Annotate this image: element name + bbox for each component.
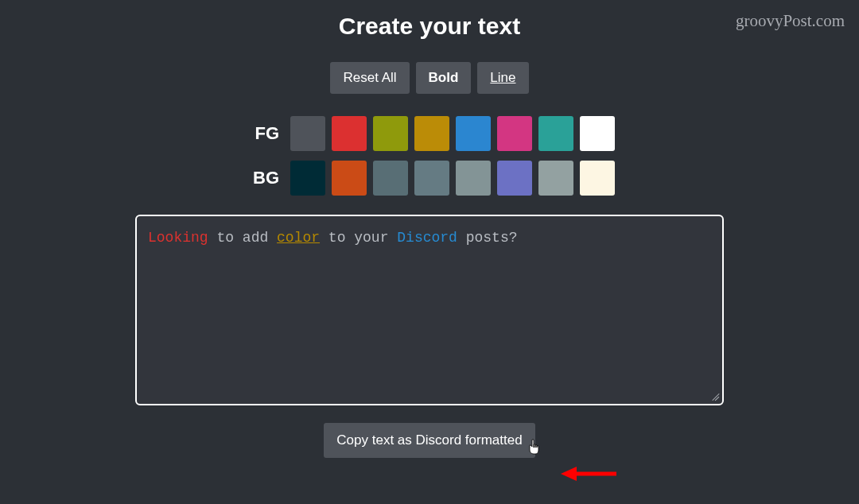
fg-swatch-0[interactable] [290,116,325,151]
text-editor[interactable]: Looking to add color to your Discord pos… [135,215,724,405]
svg-marker-1 [561,467,577,481]
editor-line: Looking to add color to your Discord pos… [148,227,711,249]
fg-swatch-6[interactable] [538,116,573,151]
fg-label: FG [244,123,279,144]
editor-segment: to your [320,230,397,246]
fg-swatch-3[interactable] [414,116,449,151]
line-button[interactable]: Line [477,62,528,94]
copy-button[interactable]: Copy text as Discord formatted [324,423,534,458]
bg-label: BG [244,168,279,188]
editor-segment: to add [208,230,277,246]
fg-swatch-4[interactable] [456,116,491,151]
reset-all-button[interactable]: Reset All [330,62,409,94]
bg-swatch-6[interactable] [538,161,573,196]
bold-button[interactable]: Bold [416,62,472,94]
bg-swatch-4[interactable] [456,161,491,196]
bg-swatch-5[interactable] [497,161,532,196]
bg-swatch-2[interactable] [373,161,408,196]
fg-swatch-row: FG [244,116,615,151]
bg-swatch-0[interactable] [290,161,325,196]
bg-swatch-1[interactable] [332,161,367,196]
bg-swatch-3[interactable] [414,161,449,196]
fg-swatch-2[interactable] [373,116,408,151]
bg-swatch-row: BG [244,161,615,196]
resize-handle-icon[interactable] [709,391,719,401]
watermark-text: groovyPost.com [736,11,845,31]
editor-segment: color [277,230,320,246]
fg-swatch-7[interactable] [580,116,615,151]
page-title: Create your text [339,13,520,40]
fg-swatch-5[interactable] [497,116,532,151]
editor-segment: posts? [457,230,518,246]
style-toolbar: Reset All Bold Line [330,62,528,94]
editor-segment: Discord [397,230,457,246]
arrow-annotation-icon [561,464,616,487]
fg-swatch-1[interactable] [332,116,367,151]
bg-swatch-7[interactable] [580,161,615,196]
main-container: Create your text Reset All Bold Line FG … [0,0,859,458]
pointer-cursor-icon [527,439,540,458]
editor-segment: Looking [148,230,208,246]
copy-row: Copy text as Discord formatted [324,423,534,458]
